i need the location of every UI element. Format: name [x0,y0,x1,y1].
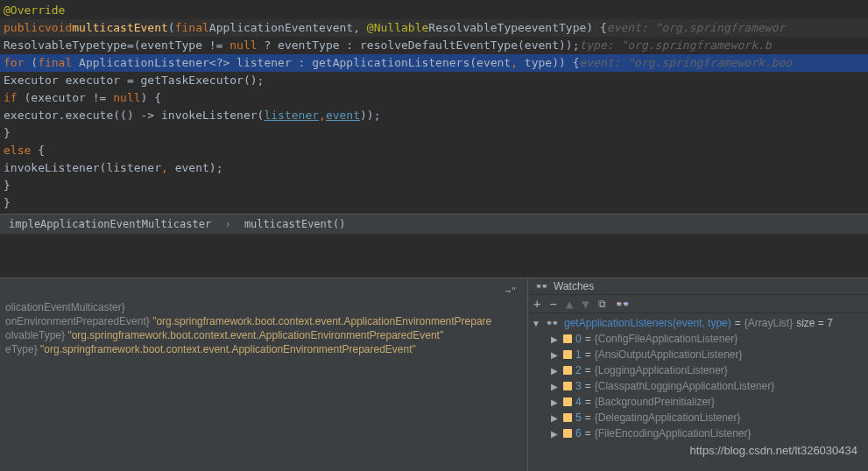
item-index: 5 [575,411,582,424]
expand-icon[interactable]: ▶ [551,334,560,344]
variable-row[interactable]: onEnvironmentPreparedEvent} "org.springf… [5,314,522,328]
op: ( [24,54,38,72]
move-down-button[interactable]: ▼ [582,297,589,311]
expr: type)) { [518,54,579,72]
expand-icon[interactable]: ▶ [551,429,560,439]
item-index: 4 [575,396,582,408]
expand-icon[interactable]: ▶ [551,413,560,423]
code-line: else { [0,142,868,159]
item-value: {ClasspathLoggingApplicationListener} [595,380,774,392]
expr: (executor != [18,89,114,107]
comma: , [161,159,168,177]
var-type: olvableType} [5,329,65,341]
remove-watch-button[interactable]: − [549,297,556,311]
expand-icon[interactable]: ▼ [532,319,540,328]
comma: , [511,54,518,72]
variable-row[interactable]: olicationEventMulticaster} [5,300,522,314]
param: eventType [525,19,586,37]
item-index: 0 [575,333,582,345]
watch-root-row[interactable]: ▼ 👓 getApplicationListeners(event, type)… [532,315,864,331]
comma: , [319,107,326,124]
keyword: if [4,89,18,107]
field-icon [563,350,572,359]
watch-item-row[interactable]: ▶ 5 = {DelegatingApplicationListener} [532,410,864,425]
move-up-button[interactable]: ▲ [566,297,573,311]
keyword: void [45,19,72,37]
code-line: } [0,194,868,212]
item-value: {BackgroundPreinitializer} [595,396,715,408]
code-line: invokeListener(listener, event); [0,159,868,177]
keyword: final [175,19,209,37]
link-event[interactable]: event [326,107,360,124]
keyword: null [229,37,257,54]
breadcrumb-separator: › [224,218,230,230]
brace: } [4,177,11,194]
expr: ApplicationListener<?> listener : getApp… [72,54,511,72]
expr: executor.execute(() -> invokeListener( [4,107,264,124]
stmt: Executor executor = getTaskExecutor(); [4,72,264,89]
watches-title: Watches [554,280,594,292]
expand-icon[interactable]: ▶ [551,366,560,376]
var-value: "org.springframework.boot.context.event.… [152,315,491,327]
var-type: olicationEventMulticaster} [5,301,125,313]
code-line: } [0,124,868,142]
watches-pane: 👓 Watches + − ▲ ▼ ⧉ 👓 ▼ 👓 getApplication… [528,278,868,471]
brace: { [31,142,45,159]
variables-pane[interactable]: →" olicationEventMulticaster} onEnvironm… [0,278,528,471]
copy-button[interactable]: ⧉ [598,298,606,310]
link-listener[interactable]: listener [264,107,319,124]
expand-icon[interactable]: ▶ [551,397,560,407]
expr: ? eventType : resolveDefaultEventType(ev… [258,37,580,54]
keyword: final [38,54,72,72]
type: ApplicationEvent [209,19,319,37]
field-icon [563,413,572,422]
field-icon [563,334,572,343]
add-watch-button[interactable]: + [533,297,540,311]
expand-icon[interactable]: →" [5,284,522,300]
glasses-toggle-icon[interactable]: 👓 [615,297,630,311]
expand-icon[interactable]: ▶ [551,382,560,391]
item-index: 2 [575,364,582,376]
field-icon [563,429,572,438]
item-index: 1 [575,348,582,361]
glasses-icon: 👓 [546,317,559,329]
editor-pane: @Override public void multicastEvent(fin… [0,0,868,214]
glasses-icon: 👓 [535,280,548,292]
debug-tabs-area [0,235,868,278]
breadcrumb-class[interactable]: impleApplicationEventMulticaster [9,218,211,230]
watermark: https://blog.csdn.net/lt326030434 [689,444,857,457]
code-line: public void multicastEvent(final Applica… [0,19,868,37]
inline-hint: event: "org.springframework.boo [579,54,792,72]
code-line: if (executor != null) { [0,89,868,107]
param: event [319,19,353,37]
type: ResolvableType [428,19,525,37]
watch-item-row[interactable]: ▶ 2 = {LoggingApplicationListener} [532,362,864,378]
variable-row[interactable]: olvableType} "org.springframework.boot.c… [5,328,522,342]
breadcrumb: impleApplicationEventMulticaster › multi… [0,214,868,235]
watch-item-row[interactable]: ▶ 4 = {BackgroundPreinitializer} [532,394,864,410]
expand-icon[interactable]: ▶ [551,350,560,360]
code-line-highlighted: for (final ApplicationListener<?> listen… [0,54,868,72]
breadcrumb-method[interactable]: multicastEvent() [244,218,346,230]
code-line: } [0,177,868,194]
keyword: public [4,19,45,37]
var: type [100,37,127,54]
watch-item-row[interactable]: ▶ 6 = {FileEncodingApplicationListener} [532,425,864,441]
watch-expression: getApplicationListeners(event, type) [564,317,731,329]
op: = [127,37,134,54]
keyword: for [4,54,24,72]
var-value: "org.springframework.boot.context.event.… [67,329,443,341]
var-type: onEnvironmentPreparedEvent} [5,315,150,327]
item-index: 3 [575,380,582,392]
watch-item-row[interactable]: ▶ 3 = {ClasspathLoggingApplicationListen… [532,378,864,394]
code-line: @Override [0,2,868,19]
brace: } [4,194,11,212]
watch-item-row[interactable]: ▶ 0 = {ConfigFileApplicationListener} [532,331,864,347]
variable-row[interactable]: eType} "org.springframework.boot.context… [5,342,522,356]
watch-item-row[interactable]: ▶ 1 = {AnsiOutputApplicationListener} [532,347,864,362]
annotation-override: @Override [4,2,65,19]
keyword: else [4,142,31,159]
expr: (eventType != [134,37,230,54]
method-name: multicastEvent [72,19,168,37]
expr: ) { [141,89,161,107]
